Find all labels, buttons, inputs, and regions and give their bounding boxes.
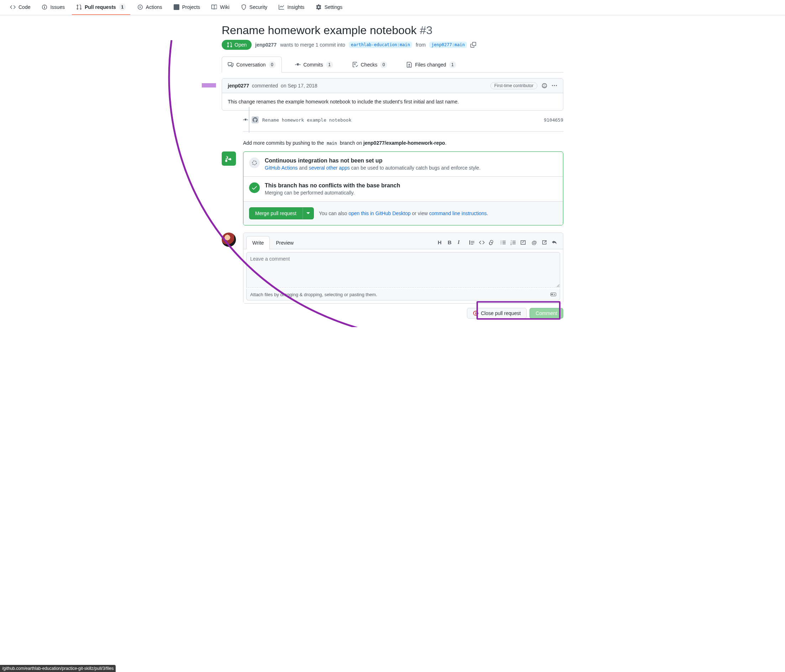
nav-projects[interactable]: Projects [169,1,205,14]
tasklist-icon[interactable] [520,240,526,245]
nav-security-label: Security [249,4,267,10]
pull-request-icon [227,42,232,48]
comment-author[interactable]: jenp0277 [228,83,249,89]
compose-toolbar: H B I [438,240,560,245]
merge-box: Continuous integration has not been set … [243,151,563,225]
nav-pr-count: 1 [119,3,126,11]
markdown-icon[interactable] [550,292,556,297]
tab-checks[interactable]: Checks 0 [346,56,394,73]
commit-icon [295,62,301,67]
head-branch-chip[interactable]: jenp0277:main [429,42,467,48]
checklist-icon [352,62,358,67]
comment-textarea[interactable] [246,252,560,288]
tab-conversation-label: Conversation [236,62,266,67]
issue-icon [42,4,47,10]
reply-icon[interactable] [552,240,557,245]
first-time-badge: First-time contributor [490,82,537,89]
commit-author-avatar[interactable] [252,116,259,123]
commit-node-icon [243,117,248,122]
nav-pr-label: Pull requests [85,4,116,10]
nav-security[interactable]: Security [237,1,272,14]
attach-text: Attach files by dragging & dropping, sel… [250,292,377,297]
ol-icon[interactable] [510,240,516,245]
kebab-icon[interactable] [552,83,557,89]
bold-icon[interactable]: B [448,240,453,245]
gear-icon [316,4,322,10]
mention-icon[interactable]: @ [532,240,537,245]
comment-header: jenp0277 commented on Sep 17, 2018 First… [222,79,563,93]
file-diff-icon [407,62,412,67]
avatar[interactable] [202,78,216,92]
tab-conversation[interactable]: Conversation 0 [222,56,282,73]
attach-hint[interactable]: Attach files by dragging & dropping, sel… [246,289,560,301]
close-pr-label: Close pull request [481,310,521,316]
compose-tab-write[interactable]: Write [246,236,270,249]
commit-row: Rename homework example notebook 9104659 [222,111,563,129]
nav-code[interactable]: Code [6,1,34,14]
pr-author-link[interactable]: jenp0277 [255,42,277,48]
pr-tabs: Conversation 0 Commits 1 Checks 0 Files … [222,56,563,73]
tab-checks-label: Checks [361,62,378,67]
comment-box: jenp0277 commented on Sep 17, 2018 First… [222,78,563,111]
italic-icon[interactable]: I [458,240,463,245]
tab-files-changed[interactable]: Files changed 1 [400,56,462,73]
ok-sub: Merging can be performed automatically. [265,190,400,196]
comment-button[interactable]: Comment [530,308,563,318]
ci-link-actions[interactable]: GitHub Actions [265,165,298,171]
nav-wiki-label: Wiki [220,4,229,10]
cross-ref-icon[interactable] [542,240,547,245]
merge-btn-group: Merge pull request [249,207,314,219]
tab-files-label: Files changed [415,62,446,67]
commit-sha[interactable]: 9104659 [544,117,563,123]
hint-middle: branch on [340,140,362,146]
nav-settings[interactable]: Settings [312,1,347,14]
comment-verb: commented [252,83,278,89]
aside-link-cli[interactable]: command line instructions [429,210,487,216]
commit-message[interactable]: Rename homework example notebook [262,117,351,123]
link-icon[interactable] [489,240,495,245]
git-merge-icon [225,155,233,162]
tab-commits-label: Commits [303,62,323,67]
ci-link-apps[interactable]: several other apps [309,165,350,171]
code-icon [10,4,16,10]
ci-title: Continuous integration has not been set … [265,157,480,164]
copy-icon[interactable] [471,42,476,48]
heading-icon[interactable]: H [438,240,443,245]
pr-from-text: from [416,42,425,48]
code-icon[interactable] [479,240,485,245]
merge-gutter-icon [222,151,236,166]
base-branch-chip[interactable]: earthlab-education:main [349,42,412,48]
ul-icon[interactable] [500,240,506,245]
comment-body: This change renames the example homework… [222,93,563,110]
compose-tabs: Write Preview H B I [243,233,563,249]
smiley-icon[interactable] [542,83,547,89]
compose-body: Attach files by dragging & dropping, sel… [243,249,563,303]
nav-insights[interactable]: Insights [274,1,308,14]
nav-wiki[interactable]: Wiki [207,1,233,14]
aside-pre: You can also [319,210,347,216]
tab-commits[interactable]: Commits 1 [289,56,339,73]
aside-link-desktop[interactable]: open this in GitHub Desktop [349,210,411,216]
merge-button-caret[interactable] [302,207,314,219]
pr-state-text: Open [235,42,247,48]
quote-icon[interactable] [469,240,475,245]
nav-actions[interactable]: Actions [133,1,167,14]
merge-aside: You can also open this in GitHub Desktop… [319,210,488,216]
hint-branch: main [325,140,338,146]
pr-container: Rename homework example notebook #3 Open… [216,15,569,327]
merge-button[interactable]: Merge pull request [249,207,302,219]
current-user-avatar[interactable] [222,232,236,247]
comment-date[interactable]: on Sep 17, 2018 [281,83,317,89]
pull-request-icon [76,4,82,10]
nav-projects-label: Projects [182,4,200,10]
timeline: jenp0277 commented on Sep 17, 2018 First… [222,73,563,321]
ci-status-icon [249,157,260,168]
nav-issues[interactable]: Issues [38,1,69,14]
book-icon [211,4,217,10]
compose-tab-preview[interactable]: Preview [270,236,300,249]
nav-pull-requests[interactable]: Pull requests 1 [72,0,130,15]
tab-files-count: 1 [449,61,456,68]
tab-checks-count: 0 [380,61,387,68]
close-pr-button[interactable]: Close pull request [467,308,527,318]
hint-repo: jenp0277/example-homework-repo [363,140,445,146]
